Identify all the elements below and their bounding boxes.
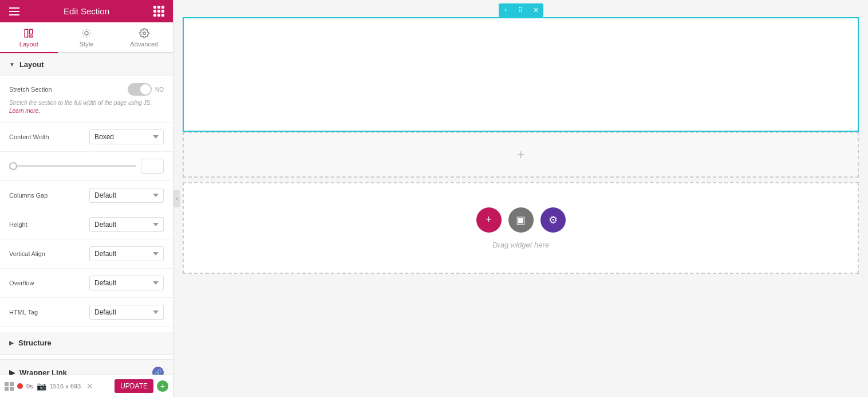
overflow-field: Overflow Default Hidden [0,269,173,298]
svg-point-3 [85,32,88,35]
tab-advanced[interactable]: Advanced [115,22,173,53]
structure-arrow-icon: ▶ [9,340,14,346]
bottom-bar-left: 0s 📷 868 x 397 ✕ [5,380,111,392]
right-canvas: + ⠿ ✕ + + ▣ ⚙ Drag widget here [173,0,868,397]
toolbar-move-button[interactable]: ⠿ [514,3,528,17]
settings-widget-button[interactable]: ⚙ [540,207,566,233]
width-value-input[interactable] [141,159,164,174]
grid-apps-icon[interactable] [153,6,164,17]
content-width-field: Content Width Boxed Full Width [0,123,173,152]
panel-header: Edit Section [0,0,173,22]
height-select[interactable]: Default Fit To Screen Min Height [89,217,164,232]
overflow-label: Overflow [9,280,89,286]
add-widget-button[interactable]: + [476,207,502,233]
canvas-selected-section [183,17,859,132]
dimensions-label: 868 x 397 [50,383,81,390]
vertical-align-field: Vertical Align Default Top Middle Bottom [0,239,173,269]
structure-section-header[interactable]: ▶ Structure [0,332,173,355]
layout-section-header[interactable]: ▼ Layout [0,53,173,76]
overflow-select[interactable]: Default Hidden [89,276,164,290]
svg-rect-2 [30,36,33,37]
layout-section-title: Layout [19,60,44,69]
vertical-align-label: Vertical Align [9,250,89,257]
update-button[interactable]: UPDATE [115,379,153,393]
close-button[interactable]: ✕ [84,380,96,392]
wrapper-link-arrow-icon: ▶ [9,368,15,375]
add-section-plus-icon: + [516,147,524,163]
add-section-area[interactable]: + [183,132,859,178]
height-label: Height [9,221,89,228]
content-width-select[interactable]: Boxed Full Width [89,129,164,144]
camera-icon[interactable]: 📷 [37,382,46,391]
left-panel: Edit Section Layout Style [0,0,173,397]
height-field: Height Default Fit To Screen Min Height [0,210,173,239]
bottom-bar: 0s 📷 868 x 397 ✕ UPDATE + [0,375,173,397]
html-tag-label: HTML Tag [9,309,89,316]
add-section-bottom-button[interactable]: + [157,380,168,392]
panel-content: ▼ Layout Stretch Section NO [0,53,173,375]
svg-point-4 [143,32,145,35]
widget-drop-section[interactable]: + ▣ ⚙ Drag widget here [183,182,859,274]
toolbar-close-button[interactable]: ✕ [528,3,543,17]
toggle-value-label: NO [155,87,164,93]
stretch-section-field: Stretch Section NO Stretch the section t… [0,76,173,123]
timer-label: 0s [26,383,33,390]
vertical-align-select[interactable]: Default Top Middle Bottom [89,246,164,261]
svg-rect-0 [25,29,28,37]
width-slider[interactable] [9,165,136,167]
columns-gap-field: Columns Gap Default No Gap Narrow Extend… [0,181,173,210]
link-icon: 🔗 [152,367,164,375]
structure-section-title: Structure [18,339,52,347]
width-slider-field [0,152,173,181]
responsive-icon[interactable] [5,382,14,391]
layout-group: ▼ Layout Stretch Section NO [0,53,173,327]
columns-gap-label: Columns Gap [9,192,89,199]
columns-gap-select[interactable]: Default No Gap Narrow Extended Wide Wide… [89,188,164,203]
layout-arrow-icon: ▼ [9,61,15,68]
wrapper-link-header[interactable]: ▶ Wrapper Link 🔗 [0,359,173,375]
drag-widget-text: Drag widget here [492,241,549,249]
stretch-section-toggle[interactable]: NO [128,83,164,96]
stretch-help-text: Stretch the section to the full width of… [9,99,164,115]
svg-rect-1 [30,29,33,34]
red-dot-indicator [17,383,23,389]
tab-layout[interactable]: Layout [0,22,58,53]
selected-section-wrapper: + ⠿ ✕ [183,17,859,132]
html-tag-field: HTML Tag Default header main footer arti… [0,298,173,327]
html-tag-select[interactable]: Default header main footer article secti… [89,305,164,320]
toolbar-add-button[interactable]: + [499,3,514,17]
content-width-label: Content Width [9,133,89,140]
learn-more-link[interactable]: Learn more. [9,108,40,114]
panel-title: Edit Section [19,6,153,16]
wrapper-link-title: Wrapper Link [19,368,67,375]
folder-widget-button[interactable]: ▣ [508,207,534,233]
section-toolbar: + ⠿ ✕ [499,3,543,17]
panel-collapse-handle[interactable]: ‹ [173,190,180,207]
widget-action-buttons: + ▣ ⚙ [476,207,566,233]
hamburger-menu-icon[interactable] [9,7,19,15]
tab-style[interactable]: Style [58,22,116,53]
panel-tabs: Layout Style Advanced [0,22,173,53]
stretch-section-label: Stretch Section [9,86,128,93]
